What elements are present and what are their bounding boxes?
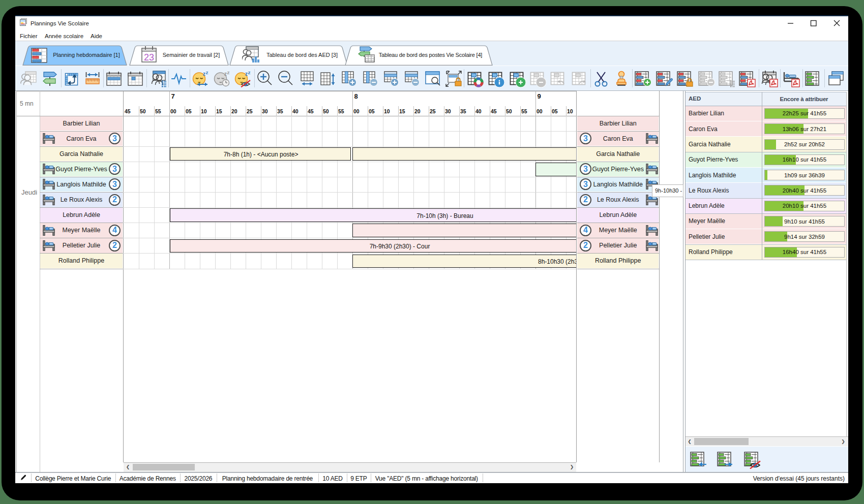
svg-text:Z: Z (227, 71, 230, 75)
svg-text:z: z (245, 71, 248, 77)
svg-text:z: z (224, 71, 227, 77)
svg-text:Z: Z (248, 71, 251, 75)
svg-text:z: z (203, 71, 205, 77)
svg-text:Z: Z (206, 71, 208, 75)
